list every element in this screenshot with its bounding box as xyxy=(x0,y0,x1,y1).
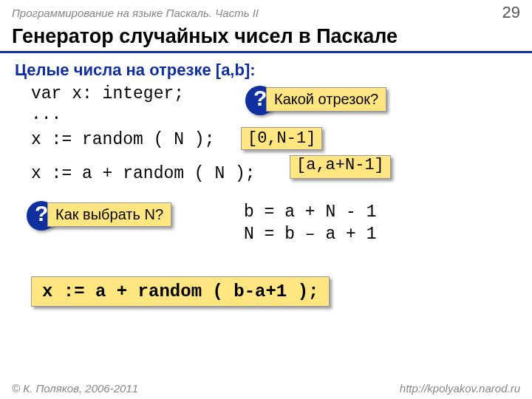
callout-range2: [a,a+N-1] xyxy=(290,155,391,179)
math-line-2: N = b – a + 1 xyxy=(244,225,376,244)
final-formula: x := a + random ( b-a+1 ); xyxy=(31,276,330,307)
callout-choose-n: Как выбрать N? xyxy=(47,202,171,227)
header: Программирование на языке Паскаль. Часть… xyxy=(0,0,532,24)
callout-which-range: Какой отрезок? xyxy=(266,87,386,112)
page-number: 29 xyxy=(502,3,520,22)
footer-url: http://kpolyakov.narod.ru xyxy=(400,382,520,395)
footer: © К. Поляков, 2006-2011 http://kpolyakov… xyxy=(0,382,532,395)
course-name: Программирование на языке Паскаль. Часть… xyxy=(12,7,259,19)
code-line-1: var x: integer; xyxy=(31,84,184,103)
subtitle: Целые числа на отрезке [a,b]: xyxy=(0,59,532,84)
code-line-2: ... xyxy=(31,105,61,124)
page-title: Генератор случайных чисел в Паскале xyxy=(0,24,532,53)
math-line-1: b = a + N - 1 xyxy=(244,202,376,222)
code-line-3: x := random ( N ); xyxy=(31,130,214,149)
callout-range1: [0,N-1] xyxy=(241,127,322,150)
code-line-4: x := a + random ( N ); xyxy=(31,164,256,183)
copyright: © К. Поляков, 2006-2011 xyxy=(12,382,138,395)
content-area: var x: integer; ... x := random ( N ); x… xyxy=(0,84,532,365)
